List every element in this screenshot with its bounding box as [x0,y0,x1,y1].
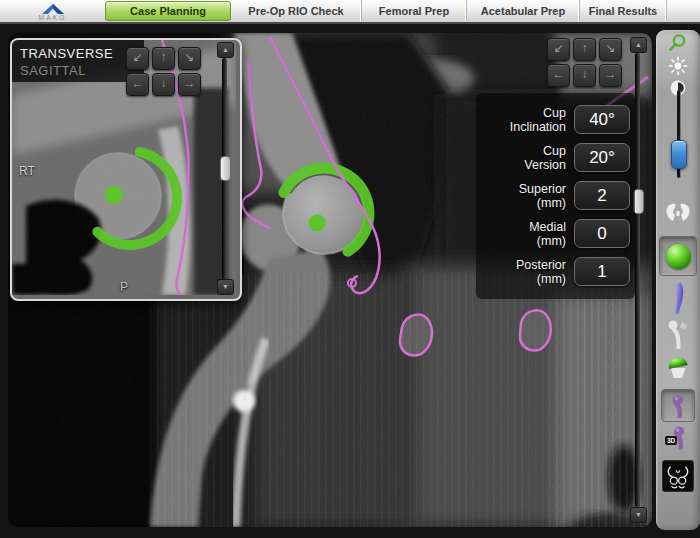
measurement-row-cup-version: Cup Version 20° [482,143,630,172]
superior-label: Superior (mm) [482,182,566,210]
brightness-button[interactable] [668,56,688,76]
mako-logo-text: MAKO [39,15,67,20]
femur-purple-icon [670,393,686,419]
main-pan-left-button[interactable]: ← [547,64,570,87]
main-pan-diag-right-button[interactable]: ↘ [599,38,622,61]
cup-tool-button-selected[interactable] [659,236,697,276]
main-pan-down-button[interactable]: ↓ [573,64,596,87]
femur-view-button-selected[interactable] [661,389,695,422]
transverse-inset-viewport[interactable]: TRANSVERSE SAGITTAL RT P ↙ ↑ ↘ ← ↓ → ▲ ▼ [10,38,242,301]
inset-pan-down-button[interactable]: ↓ [152,73,175,96]
inset-scroll-up-button[interactable]: ▲ [217,42,234,58]
measurement-row-superior: Superior (mm) 2 [482,181,630,210]
inset-pan-diag-right-button[interactable]: ↘ [178,47,201,70]
main-view-nav-arrows: ↙ ↑ ↘ ← ↓ → [547,38,620,85]
inset-nav-arrows: ↙ ↑ ↘ ← ↓ → [126,47,199,94]
main-scroll-down-button[interactable]: ▼ [630,507,647,523]
posterior-label: Posterior (mm) [482,258,566,286]
pelvis-xray-view-button[interactable] [662,460,694,492]
tab-bar-filler [667,0,700,22]
inset-pan-right-button[interactable]: → [178,73,201,96]
orientation-label-right: RT [19,164,35,178]
femoral-stem-icon [670,281,686,315]
cup-measurements-panel: Cup Inclination 40° Cup Version 20° Supe… [476,93,635,299]
measurement-row-posterior: Posterior (mm) 1 [482,257,630,286]
posterior-value[interactable]: 1 [574,257,630,286]
acetabular-cup-sphere-icon [666,244,691,269]
tool-sidebar: 3D [656,30,700,530]
femur-implant-icon [666,319,690,350]
inset-scroll-down-button[interactable]: ▼ [217,279,234,295]
pelvis-landmarks-button[interactable] [665,202,692,224]
inset-pan-diag-left-button[interactable]: ↙ [126,47,149,70]
3d-badge: 3D [665,436,677,445]
cup-inclination-label: Cup Inclination [482,106,566,134]
brightness-sun-icon [668,56,688,76]
cup-liner-icon [665,355,692,380]
tab-acetabular-prep[interactable]: Acetabular Prep [467,0,580,22]
tab-pre-op-rio-check[interactable]: Pre-Op RIO Check [231,0,362,22]
superior-value[interactable]: 2 [574,181,630,210]
window-level-slider-thumb[interactable] [671,140,687,169]
medial-label: Medial (mm) [482,220,566,248]
mako-logo: MAKO [0,0,105,22]
measurement-row-cup-inclination: Cup Inclination 40° [482,105,630,134]
orientation-label-posterior: P [120,280,128,294]
zoom-tool-button[interactable] [667,33,689,53]
stem-tool-button[interactable] [670,281,686,315]
main-pan-up-button[interactable]: ↑ [573,38,596,61]
cup-inclination-value[interactable]: 40° [574,105,630,134]
tab-final-results[interactable]: Final Results [580,0,667,22]
main-ct-viewport[interactable]: ↙ ↑ ↘ ← ↓ → ▲ ▼ Cup Inclination 40° Cup … [8,33,652,527]
main-scroll-up-button[interactable]: ▲ [630,37,647,53]
main-pan-diag-left-button[interactable]: ↙ [547,38,570,61]
view-toggle-transverse[interactable]: TRANSVERSE [20,46,113,61]
medial-value[interactable]: 0 [574,219,630,248]
inset-slice-scrollbar[interactable]: ▲ ▼ [217,42,233,295]
inset-pan-left-button[interactable]: ← [126,73,149,96]
inset-scroll-thumb[interactable] [220,156,231,181]
tab-femoral-prep[interactable]: Femoral Prep [362,0,467,22]
main-pan-right-button[interactable]: → [599,64,622,87]
tab-bar: MAKO Case Planning Pre-Op RIO Check Femo… [0,0,700,24]
pelvis-icon [665,202,692,224]
pelvis-xray-icon [662,460,694,492]
measurement-row-medial: Medial (mm) 0 [482,219,630,248]
femur-implant-button[interactable] [666,319,690,350]
tab-case-planning[interactable]: Case Planning [105,1,231,21]
inset-pan-up-button[interactable]: ↑ [152,47,175,70]
main-scroll-track[interactable] [635,53,640,507]
view-toggle-sagittal[interactable]: SAGITTAL [20,63,86,78]
magnifier-icon [667,33,689,53]
mako-logo-icon [38,3,68,15]
femur-3d-view-button[interactable]: 3D [668,424,688,452]
cup-version-value[interactable]: 20° [574,143,630,172]
cup-liner-button[interactable] [665,355,692,380]
cup-version-label: Cup Version [482,144,566,172]
